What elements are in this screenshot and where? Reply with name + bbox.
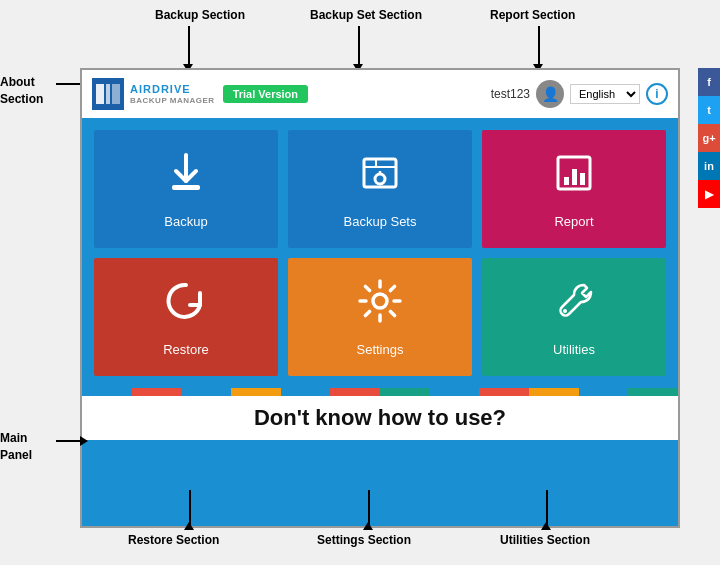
username-label: test123 (491, 87, 530, 101)
info-button[interactable]: i (646, 83, 668, 105)
linkedin-button[interactable]: in (698, 152, 720, 180)
main-panel-arrow-head (80, 436, 88, 446)
header-bar: airdrive BACKUP MANAGER Trial Version te… (82, 70, 678, 118)
svg-rect-9 (572, 169, 577, 185)
restore-icon (162, 277, 210, 334)
settings-label: Settings (357, 342, 404, 357)
about-arrow-line (56, 83, 82, 85)
backup-arrow-line (188, 26, 190, 66)
stripe-blue5 (579, 388, 629, 396)
utilities-icon (550, 277, 598, 334)
main-panel-arrow-line (56, 440, 82, 442)
stripe-blue (82, 388, 132, 396)
settings-up-arrow-head (363, 522, 373, 530)
stripe-blue2 (181, 388, 231, 396)
settings-section-label: Settings Section (317, 533, 411, 547)
trial-badge: Trial Version (223, 85, 308, 103)
restore-section-label: Restore Section (128, 533, 219, 547)
svg-rect-10 (580, 173, 585, 185)
tiles-row-1: Backup Backup Sets (94, 130, 666, 248)
user-avatar: 👤 (536, 80, 564, 108)
svg-point-6 (375, 174, 385, 184)
tiles-row-2: Restore Settings (94, 258, 666, 376)
stripe-red2 (330, 388, 380, 396)
backup-icon (162, 149, 210, 206)
backup-sets-label: Backup Sets (344, 214, 417, 229)
about-section-label: AboutSection (0, 74, 43, 108)
report-section-label: Report Section (490, 8, 575, 22)
language-select[interactable]: English (570, 84, 640, 104)
logo-icon (92, 78, 124, 110)
svg-point-12 (563, 309, 567, 313)
bottom-banner[interactable]: Don't know how to use? (82, 388, 678, 440)
google-plus-button[interactable]: g+ (698, 124, 720, 152)
stripe-red (132, 388, 182, 396)
restore-up-arrow-head (184, 522, 194, 530)
stripe-teal (380, 388, 430, 396)
utilities-up-arrow-head (541, 522, 551, 530)
backup-sets-icon (356, 149, 404, 206)
stripe-orange2 (529, 388, 579, 396)
stripe-teal2 (628, 388, 678, 396)
svg-rect-8 (564, 177, 569, 185)
backup-set-section-label: Backup Set Section (310, 8, 422, 22)
backup-set-arrow-line (358, 26, 360, 66)
backup-tile[interactable]: Backup (94, 130, 278, 248)
settings-icon (356, 277, 404, 334)
svg-point-11 (373, 294, 387, 308)
report-label: Report (554, 214, 593, 229)
app-window: airdrive BACKUP MANAGER Trial Version te… (80, 68, 680, 528)
tiles-area: Backup Backup Sets (82, 118, 678, 388)
utilities-bottom-arrow-line (546, 490, 548, 525)
stripe-blue4 (430, 388, 480, 396)
stripe-red3 (479, 388, 529, 396)
banner-stripe (82, 388, 678, 396)
settings-bottom-arrow-line (368, 490, 370, 525)
social-sidebar: f t g+ in ▶ (698, 68, 720, 208)
stripe-orange (231, 388, 281, 396)
banner-text: Don't know how to use? (254, 397, 506, 431)
backup-sets-tile[interactable]: Backup Sets (288, 130, 472, 248)
report-arrow-line (538, 26, 540, 66)
restore-bottom-arrow-line (189, 490, 191, 525)
logo-text: airdrive BACKUP MANAGER (130, 83, 215, 106)
report-tile[interactable]: Report (482, 130, 666, 248)
youtube-button[interactable]: ▶ (698, 180, 720, 208)
utilities-label: Utilities (553, 342, 595, 357)
svg-rect-4 (172, 185, 200, 190)
stripe-blue3 (281, 388, 331, 396)
user-area: test123 👤 English i (491, 80, 668, 108)
logo-area: airdrive BACKUP MANAGER (92, 78, 215, 110)
utilities-tile[interactable]: Utilities (482, 258, 666, 376)
twitter-button[interactable]: t (698, 96, 720, 124)
svg-rect-2 (106, 84, 110, 104)
svg-rect-3 (112, 84, 120, 104)
restore-tile[interactable]: Restore (94, 258, 278, 376)
main-panel-label: MainPanel (0, 430, 32, 464)
restore-label: Restore (163, 342, 209, 357)
utilities-section-label: Utilities Section (500, 533, 590, 547)
backup-section-label: Backup Section (155, 8, 245, 22)
outer-container: Backup Section Backup Set Section Report… (0, 0, 720, 565)
svg-rect-1 (96, 84, 104, 104)
report-icon (550, 149, 598, 206)
backup-label: Backup (164, 214, 207, 229)
facebook-button[interactable]: f (698, 68, 720, 96)
settings-tile[interactable]: Settings (288, 258, 472, 376)
